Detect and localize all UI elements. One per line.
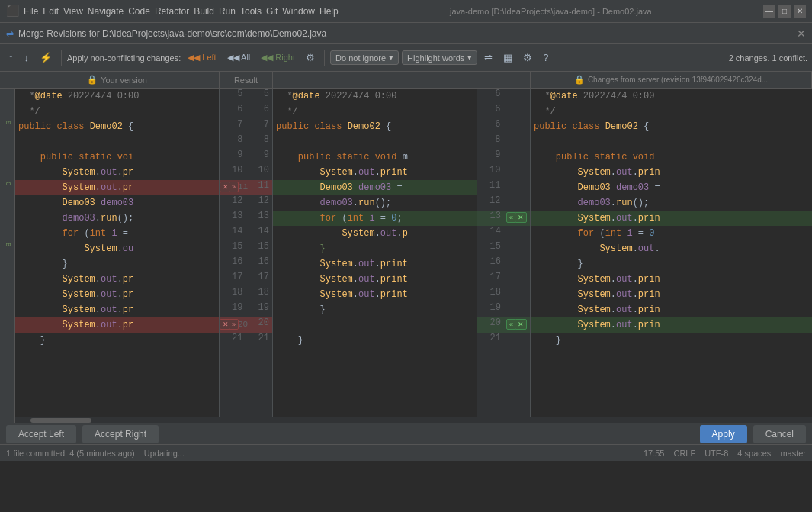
lock-icon: 🔒	[87, 75, 98, 85]
highlight-label: Highlight words	[407, 53, 464, 63]
apply-cancel-buttons: Apply Cancel	[700, 425, 806, 443]
right-line-9: public static void	[531, 150, 812, 165]
apply-non-conflicting-label: Apply non-conflicting changes:	[67, 53, 181, 63]
rnum-row-16: 16	[477, 256, 530, 272]
right-line-6: */	[531, 104, 812, 119]
num-row-12: 12 12	[220, 195, 272, 211]
menu-tools[interactable]: Tools	[240, 6, 262, 17]
help-button[interactable]: ?	[539, 50, 552, 66]
num-row-19: 19 19	[220, 302, 272, 317]
right-code-column: * @date 2022/4/4 0:00 */ public class De…	[531, 89, 812, 417]
equalizer-button[interactable]: ⇌	[480, 50, 496, 66]
num-row-20: ✕ » 20 20	[220, 317, 272, 333]
ignore-dropdown[interactable]: Do not ignore ▾	[330, 50, 399, 65]
rnum-row-12: 12	[477, 195, 530, 211]
committed-status: 1 file committed: 4 (5 minutes ago)	[6, 449, 135, 458]
rnum-row-17: 17	[477, 272, 530, 287]
dialog-close-button[interactable]: ✕	[797, 27, 806, 40]
left-line-19: System.out.pr	[15, 302, 219, 317]
right-line-11: Demo03 demo03 =	[531, 180, 812, 195]
left-code-column: * @date 2022/4/4 0:00 */ public class De…	[15, 89, 220, 417]
apply-right-button[interactable]: ◀◀ Right	[257, 50, 299, 65]
menu-edit[interactable]: Edit	[43, 6, 59, 17]
gear-button[interactable]: ⚙	[519, 50, 536, 66]
center-col-header	[273, 72, 477, 88]
right-line-18: System.out.prin	[531, 287, 812, 302]
accept-right-button[interactable]: Accept Right	[82, 425, 159, 443]
scrollbar-thumb[interactable]	[30, 418, 91, 423]
left-line-14: for (int i =	[15, 226, 219, 241]
magic-resolve-button[interactable]: ⚡	[36, 50, 56, 66]
left-line-9: public static voi	[15, 150, 219, 165]
next-change-button[interactable]: ↓	[21, 50, 34, 66]
cancel-button[interactable]: Cancel	[753, 425, 806, 443]
center-line-17: System.out.print	[273, 272, 477, 287]
bookmarks-icon: B	[4, 243, 11, 258]
center-line-5: * @date 2022/4/4 0:00	[273, 89, 477, 104]
right-line-7: public class Demo02 {	[531, 119, 812, 134]
branch-status: master	[780, 449, 806, 458]
right-line-8	[531, 134, 812, 150]
center-line-19: }	[273, 302, 477, 317]
menu-run[interactable]: Run	[219, 6, 236, 17]
num-row-13: 13 13	[220, 211, 272, 226]
left-gutter: S C B	[0, 89, 15, 417]
settings-button[interactable]: ⚙	[302, 50, 319, 66]
highlight-dropdown[interactable]: Highlight words ▾	[402, 50, 477, 65]
rnum-row-20: 20 « ✕	[477, 317, 530, 333]
num-row-5: 5 5	[220, 89, 272, 104]
columns-button[interactable]: ▦	[499, 50, 516, 66]
menu-navigate[interactable]: Navigate	[88, 6, 124, 17]
menu-help[interactable]: Help	[319, 6, 339, 17]
right-num-header	[477, 72, 531, 88]
diff-area: S C B * @date 2022/4/4 0:00 */ public cl…	[0, 89, 812, 417]
status-bar: 1 file committed: 4 (5 minutes ago) Upda…	[0, 444, 812, 461]
num-row-15: 15 15	[220, 241, 272, 256]
center-line-9: public static void m	[273, 150, 477, 165]
minimize-button[interactable]: —	[763, 5, 775, 18]
menu-build[interactable]: Build	[194, 6, 214, 17]
rnum-row-9: 9	[477, 150, 530, 165]
apply-button[interactable]: Apply	[700, 425, 747, 443]
left-line-10: System.out.pr	[15, 165, 219, 180]
apply-left-button[interactable]: ◀◀ Left	[184, 50, 220, 65]
right-line-15: System.out.	[531, 241, 812, 256]
center-line-7: public class Demo02 { _	[273, 119, 477, 134]
left-line-17: System.out.pr	[15, 272, 219, 287]
result-header: Result	[220, 72, 273, 88]
rnum-row-11: 11	[477, 180, 530, 195]
left-line-8	[15, 134, 219, 150]
window-title: java-demo [D:\IdeaProjects\java-demo] - …	[450, 7, 652, 16]
menu-file[interactable]: File	[24, 6, 38, 17]
close-button[interactable]: ✕	[794, 5, 806, 18]
right-line-5: * @date 2022/4/4 0:00	[531, 89, 812, 104]
title-bar: ⬛ File Edit View Navigate Code Refactor …	[0, 0, 812, 23]
left-line-7: public class Demo02 {	[15, 119, 219, 134]
prev-change-button[interactable]: ↑	[5, 50, 18, 66]
maximize-button[interactable]: □	[778, 5, 791, 18]
column-headers: 🔒 Your version Result 🔒 Changes from ser…	[0, 72, 812, 89]
middle-numbers: 5 5 6 6 7 7 8 8 9 9 10 10 ✕ » 11 11	[220, 89, 273, 417]
menu-git[interactable]: Git	[266, 6, 278, 17]
menu-window[interactable]: Window	[282, 6, 315, 17]
conflict-right2-x-button[interactable]: ✕	[515, 319, 527, 330]
left-line-5: * @date 2022/4/4 0:00	[15, 89, 219, 104]
rnum-row-13: 13 « ✕	[477, 211, 530, 226]
center-line-21: }	[273, 333, 477, 348]
menu-code[interactable]: Code	[128, 6, 150, 17]
app-icon: ⬛	[6, 5, 19, 18]
updating-status: Updating...	[144, 449, 185, 458]
rnum-row-5: 6	[477, 89, 530, 104]
menu-refactor[interactable]: Refactor	[155, 6, 189, 17]
num-row-16: 16 16	[220, 256, 272, 272]
conflict-right-x-button[interactable]: ✕	[515, 212, 527, 223]
conflict-left-arrow-button[interactable]: »	[229, 182, 239, 192]
rnum-row-6: 6	[477, 104, 530, 119]
accept-left-button[interactable]: Accept Left	[6, 425, 76, 443]
right-line-14: for (int i = 0	[531, 226, 812, 241]
center-line-10: System.out.print	[273, 165, 477, 180]
conflict-left2-arrow-button[interactable]: »	[229, 319, 239, 330]
title-bar-left: ⬛ File Edit View Navigate Code Refactor …	[6, 5, 339, 18]
menu-view[interactable]: View	[63, 6, 83, 17]
apply-all-button[interactable]: ◀◀ All	[223, 50, 255, 65]
